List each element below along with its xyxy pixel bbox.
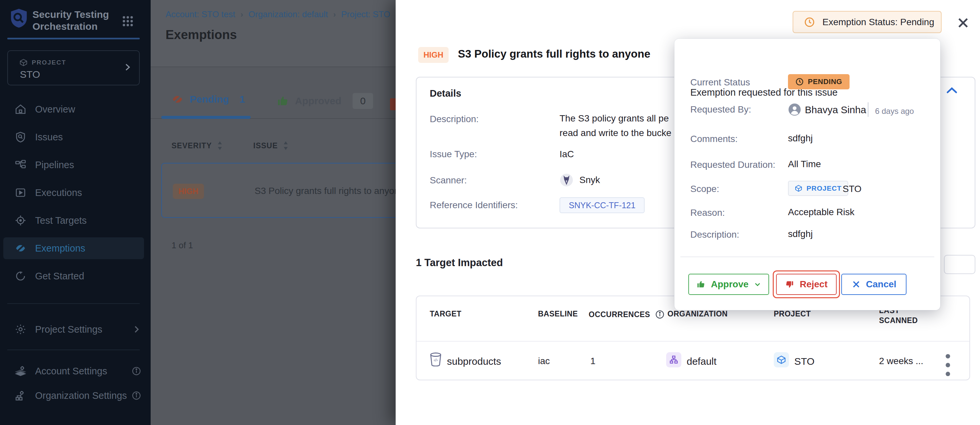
current-status-label: Current Status [690, 77, 750, 88]
snyk-logo-icon [560, 173, 573, 187]
reason-value: Acceptable Risk [788, 207, 854, 218]
project-selector-value: STO [20, 69, 40, 80]
search-input-fragment[interactable] [944, 255, 975, 274]
breadcrumb-organization[interactable]: Organization: default [249, 9, 328, 19]
reference-identifiers-label: Reference Identifiers: [430, 200, 518, 210]
issue-column-header[interactable]: ISSUE [253, 141, 289, 151]
exemption-tabs: Pending 1 Approved 0 [151, 67, 396, 119]
layers-gear-icon [14, 365, 27, 377]
sidebar-item-test-targets[interactable]: Test Targets [0, 210, 151, 231]
cube-icon [795, 185, 803, 192]
pipelines-icon [14, 159, 27, 171]
gear-icon [14, 323, 27, 335]
severity-badge: HIGH [173, 184, 204, 199]
eye-off-icon [171, 93, 184, 106]
cancel-button[interactable]: Cancel [841, 274, 907, 295]
reason-label: Reason: [690, 207, 725, 218]
details-heading: Details [430, 88, 461, 99]
sidebar: Security Testing Orchestration PROJECT S… [0, 0, 151, 425]
requested-by-label: Requested By: [690, 104, 751, 115]
issue-title: S3 Policy grants full rights to anyone [255, 164, 404, 218]
description-value: sdfghj [788, 229, 813, 239]
cube-icon [19, 58, 28, 67]
severity-badge: HIGH [418, 47, 449, 63]
breadcrumb-separator: › [333, 10, 336, 19]
breadcrumb[interactable]: Account: STO test › Organization: defaul… [165, 9, 390, 19]
scope-label: Scope: [690, 184, 719, 194]
sidebar-item-organization-settings[interactable]: Organization Settings [0, 385, 151, 406]
exemptions-page-dimmed: Account: STO test › Organization: defaul… [151, 0, 396, 425]
issues-table-header: SEVERITY ISSUE [151, 141, 396, 155]
module-grid-icon[interactable] [121, 14, 134, 28]
thumbs-up-icon [696, 280, 706, 289]
info-icon [131, 391, 142, 401]
sidebar-item-overview[interactable]: Overview [0, 98, 151, 120]
chevron-down-icon [754, 281, 761, 288]
app-canvas: Security Testing Orchestration PROJECT S… [0, 0, 980, 425]
pending-status-badge: PENDING [788, 74, 850, 89]
requested-by-name: Bhavya Sinha [805, 104, 866, 116]
tab-approved[interactable]: Approved 0 [277, 93, 373, 109]
avatar-icon [788, 103, 801, 116]
pagination-label: 1 of 1 [172, 240, 193, 251]
play-box-icon [14, 187, 27, 199]
breadcrumb-account[interactable]: Account: STO test [165, 9, 235, 19]
info-icon [131, 366, 142, 376]
target-icon [14, 215, 27, 226]
sidebar-item-executions[interactable]: Executions [0, 182, 151, 204]
breadcrumb-project[interactable]: Project: STO [341, 9, 390, 19]
requested-ago: 6 days ago [875, 107, 914, 116]
sidebar-item-pipelines[interactable]: Pipelines [0, 154, 151, 176]
row-menu-kebab-icon[interactable] [941, 352, 955, 368]
breadcrumb-separator: › [241, 10, 243, 19]
get-started-icon [14, 270, 27, 282]
page-title: Exemptions [165, 28, 237, 42]
reject-button[interactable]: Reject [776, 274, 837, 295]
exemption-review-popup: Exemption requested for this issue Curre… [675, 39, 940, 310]
sidebar-item-account-settings[interactable]: Account Settings [0, 360, 151, 382]
duration-label: Requested Duration: [690, 159, 775, 170]
sidebar-item-project-settings[interactable]: Project Settings [0, 318, 151, 340]
approve-button[interactable]: Approve [688, 274, 769, 295]
occurrences-column-header: OCCURRENCES [589, 309, 665, 319]
duration-value: All Time [788, 159, 821, 169]
project-cube-icon [774, 352, 789, 368]
sidebar-accent-divider [7, 38, 140, 40]
info-icon[interactable] [655, 309, 665, 319]
svg-text:‹/›: ‹/› [434, 358, 438, 363]
issue-type-value: IaC [560, 149, 574, 159]
target-column-header: TARGET [430, 309, 461, 318]
occurrences-value: 1 [590, 356, 596, 366]
sto-shield-logo-icon [9, 8, 29, 29]
chevron-right-icon [131, 325, 142, 334]
targets-heading: 1 Target Impacted [416, 257, 503, 269]
exemption-status-button[interactable]: Exemption Status: Pending [792, 11, 942, 33]
target-bucket-icon: ‹/› [429, 352, 442, 368]
pending-count: 1 [239, 94, 245, 105]
sidebar-item-issues[interactable]: Issues [0, 126, 151, 148]
thumbs-up-icon [277, 95, 289, 107]
eye-off-icon [14, 242, 27, 254]
scanner-value: Snyk [579, 175, 600, 185]
sort-icon[interactable] [216, 141, 223, 151]
thumbs-down-icon [785, 280, 794, 289]
description-value-line2: read and write to the bucke [560, 128, 671, 138]
target-name[interactable]: subproducts [447, 356, 501, 367]
project-value: STO [794, 356, 815, 367]
collapse-chevron-up-icon[interactable] [946, 87, 958, 94]
issue-row-selected[interactable]: HIGH S3 Policy grants full rights to any… [161, 163, 399, 218]
close-icon[interactable] [956, 16, 970, 30]
reference-id-chip[interactable]: SNYK-CC-TF-121 [560, 197, 644, 213]
sort-icon[interactable] [282, 141, 289, 151]
issue-detail-title: S3 Policy grants full rights to anyone [458, 48, 650, 60]
tab-rejected-cut-icon[interactable] [390, 98, 396, 110]
project-selector[interactable]: PROJECT STO [7, 50, 140, 85]
popup-divider [680, 256, 934, 257]
close-icon [851, 280, 861, 289]
severity-column-header[interactable]: SEVERITY [172, 141, 223, 151]
sidebar-item-get-started[interactable]: Get Started [0, 265, 151, 287]
organization-column-header: ORGANIZATION [667, 309, 728, 318]
sidebar-divider [7, 303, 140, 304]
tab-pending[interactable]: Pending 1 [171, 93, 245, 106]
sidebar-item-exemptions[interactable]: Exemptions [3, 237, 144, 259]
